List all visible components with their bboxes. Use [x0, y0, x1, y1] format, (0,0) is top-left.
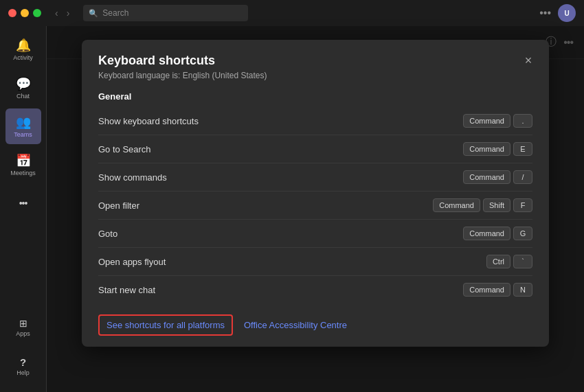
activity-icon: 🔔	[16, 38, 31, 53]
key-command-6: Command	[463, 283, 510, 297]
sidebar-label-meetings: Meetings	[10, 170, 36, 176]
shortcut-keys-4: Command G	[463, 227, 532, 240]
shortcut-keys-2: Command /	[463, 170, 532, 184]
sidebar-label-help: Help	[16, 369, 30, 376]
key-n-6: N	[513, 283, 532, 297]
search-placeholder: Search	[102, 8, 128, 18]
content-area: ‹ ⓘ ••• Keyboard shortcuts Keyboard lang…	[47, 26, 584, 392]
back-arrow[interactable]: ‹	[52, 6, 61, 20]
sidebar-item-more[interactable]: •••	[5, 185, 41, 221]
shortcut-keys-5: Ctrl `	[486, 255, 532, 268]
app-body: 🔔 Activity 💬 Chat 👥 Teams 📅 Meetings •••…	[0, 26, 584, 392]
section-general-title: General	[98, 91, 532, 102]
titlebar: ‹ › 🔍 Search ••• U	[0, 0, 584, 26]
key-command-0: Command	[463, 114, 510, 128]
sidebar-label-chat: Chat	[16, 93, 30, 100]
search-icon: 🔍	[89, 9, 98, 18]
shortcut-name-3: Open filter	[98, 200, 139, 211]
sidebar-item-help[interactable]: ? Help	[5, 348, 41, 384]
key-f-3: F	[513, 198, 532, 212]
shortcut-row-open-apps-flyout: Open apps flyout Ctrl `	[98, 248, 532, 276]
shortcut-keys-1: Command E	[463, 142, 532, 156]
titlebar-right: ••• U	[539, 4, 576, 22]
forward-arrow[interactable]: ›	[64, 6, 73, 20]
avatar[interactable]: U	[558, 4, 576, 22]
key-backtick-5: `	[513, 255, 532, 268]
shortcut-keys-3: Command Shift F	[433, 198, 532, 212]
modal-title: Keyboard shortcuts	[98, 54, 532, 68]
key-shift-3: Shift	[483, 198, 510, 212]
close-button[interactable]	[8, 9, 16, 17]
key-ctrl-5: Ctrl	[486, 255, 510, 268]
shortcut-keys-6: Command N	[463, 283, 532, 297]
shortcut-row-start-new-chat: Start new chat Command N	[98, 276, 532, 303]
see-shortcuts-link[interactable]: See shortcuts for all platforms	[98, 314, 233, 336]
chat-icon: 💬	[16, 76, 31, 91]
shortcut-row-show-keyboard: Show keyboard shortcuts Command .	[98, 107, 532, 135]
apps-icon: ⊞	[19, 318, 27, 329]
key-g-4: G	[513, 227, 532, 240]
key-dot-0: .	[513, 114, 532, 128]
modal-subtitle: Keyboard language is: English (United St…	[98, 71, 532, 80]
key-command-2: Command	[463, 170, 510, 184]
shortcut-name-4: Goto	[98, 229, 117, 239]
more-options-icon[interactable]: •••	[539, 7, 551, 19]
traffic-lights	[8, 9, 41, 17]
sidebar-item-apps[interactable]: ⊞ Apps	[5, 310, 41, 345]
shortcut-keys-0: Command .	[463, 114, 532, 128]
sidebar-label-apps: Apps	[16, 330, 30, 337]
shortcut-row-open-filter: Open filter Command Shift F	[98, 192, 532, 220]
sidebar-item-meetings[interactable]: 📅 Meetings	[5, 147, 41, 183]
more-icon: •••	[19, 198, 27, 209]
sidebar: 🔔 Activity 💬 Chat 👥 Teams 📅 Meetings •••…	[0, 26, 47, 392]
maximize-button[interactable]	[33, 9, 41, 17]
help-icon: ?	[20, 356, 26, 368]
keyboard-shortcuts-modal: Keyboard shortcuts Keyboard language is:…	[82, 40, 549, 347]
shortcut-name-5: Open apps flyout	[98, 257, 166, 267]
shortcut-row-go-to-search: Go to Search Command E	[98, 135, 532, 163]
key-command-1: Command	[463, 142, 510, 156]
modal-close-button[interactable]: ×	[519, 51, 538, 70]
sidebar-item-chat[interactable]: 💬 Chat	[5, 70, 41, 106]
modal-footer: See shortcuts for all platforms Office A…	[82, 303, 549, 347]
sidebar-item-activity[interactable]: 🔔 Activity	[5, 32, 41, 67]
shortcut-row-show-commands: Show commands Command /	[98, 163, 532, 192]
modal-header: Keyboard shortcuts Keyboard language is:…	[82, 40, 549, 89]
shortcut-name-0: Show keyboard shortcuts	[98, 116, 199, 126]
sidebar-label-activity: Activity	[13, 54, 33, 61]
meetings-icon: 📅	[16, 153, 31, 168]
minimize-button[interactable]	[21, 9, 29, 17]
shortcut-name-6: Start new chat	[98, 285, 155, 295]
shortcut-name-1: Go to Search	[98, 144, 151, 154]
sidebar-item-teams[interactable]: 👥 Teams	[5, 108, 41, 144]
nav-arrows: ‹ ›	[52, 6, 72, 20]
modal-body: General Show keyboard shortcuts Command …	[82, 89, 549, 303]
modal-backdrop: Keyboard shortcuts Keyboard language is:…	[47, 26, 584, 392]
key-command-3: Command	[433, 198, 480, 212]
sidebar-bottom: ⊞ Apps ? Help	[5, 310, 41, 392]
key-command-4: Command	[463, 227, 510, 240]
search-bar[interactable]: 🔍 Search	[83, 5, 248, 21]
sidebar-label-teams: Teams	[14, 131, 32, 138]
key-slash-2: /	[513, 170, 532, 184]
shortcut-name-2: Show commands	[98, 172, 167, 183]
teams-icon: 👥	[16, 115, 31, 130]
shortcut-row-goto: Goto Command G	[98, 220, 532, 248]
key-e-1: E	[513, 142, 532, 156]
accessibility-centre-link[interactable]: Office Accessibility Centre	[244, 320, 347, 330]
